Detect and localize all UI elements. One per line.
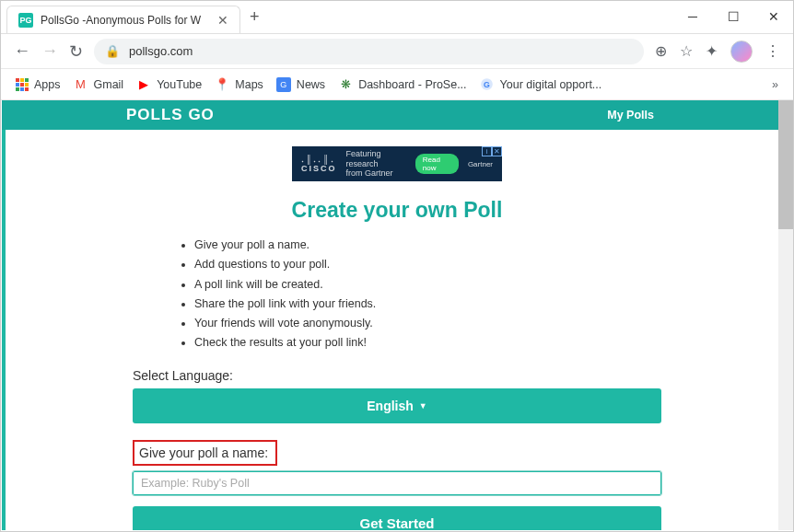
url-text: pollsgo.com — [129, 44, 193, 58]
new-tab-button[interactable]: + — [250, 7, 260, 27]
extensions-icon[interactable]: ✦ — [706, 42, 718, 60]
list-item: Your friends will vote anonymously. — [194, 314, 655, 333]
maximize-button[interactable]: ☐ — [721, 5, 745, 29]
profile-avatar[interactable] — [730, 40, 753, 63]
ad-line2: from Gartner — [346, 168, 406, 179]
forward-button[interactable]: → — [41, 41, 58, 61]
ad-close-icon[interactable]: ✕ — [492, 146, 502, 156]
name-label-highlight: Give your poll a name: — [133, 440, 277, 466]
digital-bookmark[interactable]: GYour digital opport... — [480, 77, 602, 92]
youtube-bookmark[interactable]: ▶YouTube — [136, 77, 202, 92]
ad-cta[interactable]: Read now — [415, 154, 459, 174]
maps-icon: 📍 — [215, 77, 229, 92]
list-item: Share the poll link with your friends. — [194, 295, 655, 314]
list-item: Check the results at your poll link! — [194, 333, 655, 353]
tab-title: PollsGo -Anonymous Polls for W — [41, 14, 201, 27]
minimize-button[interactable]: ─ — [681, 5, 705, 29]
ad-partner: Gartner — [468, 160, 493, 168]
back-button[interactable]: ← — [14, 41, 30, 61]
news-icon: G — [276, 77, 291, 92]
scrollbar[interactable] — [778, 100, 793, 530]
favicon-icon: PG — [18, 13, 33, 28]
menu-icon[interactable]: ⋮ — [765, 42, 780, 60]
bookmarks-overflow[interactable]: » — [772, 78, 778, 91]
svg-text:G: G — [484, 80, 490, 89]
browser-tab[interactable]: PG PollsGo -Anonymous Polls for W ✕ — [6, 6, 240, 33]
ad-line1: Featuring research — [346, 149, 406, 169]
close-window-button[interactable]: ✕ — [762, 5, 786, 29]
apps-icon — [16, 78, 29, 91]
close-tab-icon[interactable]: ✕ — [217, 13, 228, 28]
instructions-list: Give your poll a name. Add questions to … — [139, 236, 655, 353]
poll-name-label: Give your poll a name: — [139, 445, 268, 460]
site-header: POLLS GO My Polls — [2, 100, 792, 130]
list-item: A poll link will be created. — [194, 275, 655, 295]
chevron-down-icon: ▼ — [419, 401, 427, 411]
ad-info-icon[interactable]: i — [482, 146, 492, 156]
apps-bookmark[interactable]: Apps — [16, 78, 61, 91]
ad-brand: ․║․․║․CISCO — [301, 155, 337, 173]
star-icon[interactable]: ☆ — [680, 42, 693, 60]
ad-banner[interactable]: ․║․․║․CISCO Featuring research from Gart… — [292, 146, 502, 181]
scroll-thumb[interactable] — [778, 100, 793, 229]
page-title: Create your own Poll — [292, 198, 503, 223]
news-bookmark[interactable]: GNews — [276, 77, 325, 92]
gmail-icon: M — [74, 77, 88, 92]
list-item: Give your poll a name. — [194, 236, 655, 255]
gmail-bookmark[interactable]: MGmail — [74, 77, 124, 92]
dashboard-icon: ❋ — [338, 77, 353, 92]
zoom-icon[interactable]: ⊕ — [655, 42, 667, 60]
dashboard-bookmark[interactable]: ❋Dashboard - ProSe... — [338, 77, 466, 92]
poll-name-input[interactable] — [133, 471, 661, 495]
address-bar[interactable]: 🔒 pollsgo.com — [94, 39, 644, 64]
language-select[interactable]: English ▼ — [133, 388, 661, 423]
reload-button[interactable]: ↻ — [69, 41, 83, 62]
lock-icon: 🔒 — [105, 44, 120, 58]
language-label: Select Language: — [133, 368, 661, 383]
google-icon: G — [480, 77, 495, 92]
youtube-icon: ▶ — [136, 77, 151, 92]
maps-bookmark[interactable]: 📍Maps — [215, 77, 263, 92]
my-polls-link[interactable]: My Polls — [607, 109, 654, 121]
brand-logo[interactable]: POLLS GO — [126, 106, 215, 124]
get-started-button[interactable]: Get Started — [133, 506, 661, 531]
list-item: Add questions to your poll. — [194, 255, 655, 274]
